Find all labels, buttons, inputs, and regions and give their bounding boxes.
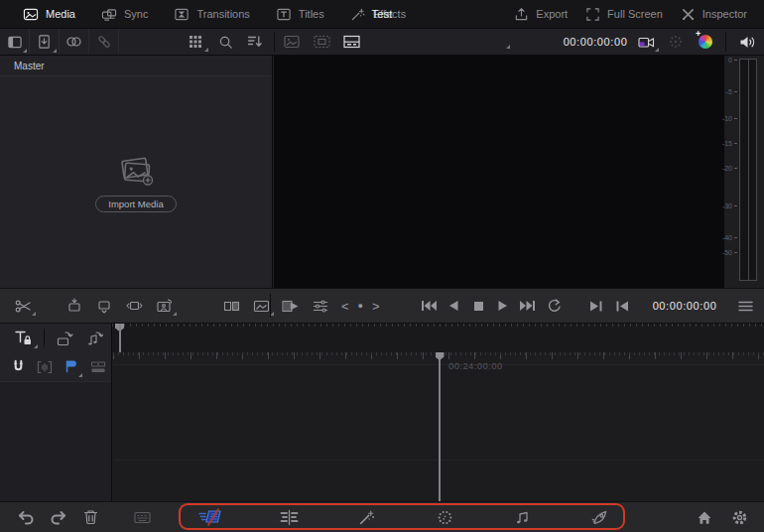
viewer-mode-tools: [277, 29, 366, 55]
playhead-line[interactable]: [439, 352, 441, 501]
trim-tools-button[interactable]: [306, 294, 335, 318]
page-cut[interactable]: [196, 504, 226, 530]
audio-waveform-view-icon[interactable]: [32, 355, 59, 379]
source-clip-view-button[interactable]: [277, 30, 307, 54]
inspector-button[interactable]: Inspector: [672, 0, 756, 29]
top-actions: Export Full Screen Inspector: [505, 0, 756, 29]
redo-button[interactable]: [44, 502, 73, 532]
tab-media[interactable]: Media: [10, 0, 88, 29]
timeline-overview-ruler[interactable]: [111, 324, 764, 352]
viewer-timecode-field[interactable]: 00:00:00:00: [554, 29, 637, 55]
stop-button[interactable]: [467, 294, 489, 318]
go-to-last-frame-button[interactable]: [517, 294, 539, 318]
track-height-icon[interactable]: [84, 355, 111, 379]
export-icon: [514, 7, 529, 22]
insert-track-tools: [50, 324, 109, 352]
editor-keyboard-icon[interactable]: [127, 502, 157, 532]
play-reverse-button[interactable]: [443, 294, 464, 318]
media-icon: [23, 7, 39, 22]
page-fairlight[interactable]: [508, 504, 538, 530]
viewer-options-corner[interactable]: [504, 43, 512, 51]
insert-video-clip-icon[interactable]: [50, 327, 79, 350]
source-tape-view-button[interactable]: [307, 30, 336, 54]
page-deliver[interactable]: [585, 504, 615, 530]
media-pool-tools: [0, 29, 119, 55]
settings-gear-button[interactable]: [724, 502, 754, 532]
page-fusion[interactable]: [352, 504, 382, 530]
top-menu-bar: Media Sync Transitions: [0, 0, 764, 29]
track-tools: [6, 324, 40, 352]
place-on-top-button[interactable]: [216, 294, 246, 318]
thumbnail-view-button[interactable]: [181, 30, 210, 54]
hamburger-menu-icon[interactable]: [730, 294, 760, 318]
meter-tick: -30: [722, 202, 737, 209]
page-edit[interactable]: [274, 504, 304, 530]
play-button[interactable]: [492, 294, 514, 318]
search-icon[interactable]: [210, 30, 240, 54]
viewer-timecode: 00:00:00:00: [564, 36, 628, 48]
smart-insert-button[interactable]: [60, 294, 89, 318]
step-back-icon[interactable]: <: [341, 299, 349, 314]
review-clip-button[interactable]: [276, 294, 306, 318]
bin-label[interactable]: Master: [0, 56, 272, 76]
toolbar-divider-right: [725, 32, 726, 52]
loop-button[interactable]: [542, 294, 566, 318]
split-clip-scissors-button[interactable]: [8, 294, 38, 318]
go-to-first-frame-button[interactable]: [418, 294, 440, 318]
go-to-in-icon[interactable]: [609, 294, 635, 318]
snapping-magnet-icon[interactable]: [5, 355, 32, 379]
close-up-button[interactable]: [149, 294, 179, 318]
meter-tick: -5: [726, 88, 737, 95]
flag-marker-icon[interactable]: [59, 355, 85, 379]
import-media-area: Import Media: [0, 155, 272, 212]
step-forward-icon[interactable]: >: [372, 299, 380, 314]
audio-meter: 0 -5 -10 -15 -20 -30 -40 -50: [725, 56, 764, 288]
overview-playhead-line[interactable]: [119, 324, 121, 352]
undo-button[interactable]: [11, 502, 41, 532]
full-screen-label: Full Screen: [607, 8, 663, 20]
export-label: Export: [536, 8, 568, 20]
import-media-pill-button[interactable]: Import Media: [95, 196, 176, 212]
home-project-manager-button[interactable]: [690, 502, 719, 532]
append-clip-button[interactable]: [89, 294, 119, 318]
viewer-canvas[interactable]: [274, 56, 724, 288]
transitions-icon: [174, 7, 190, 22]
page-tabs: Media Sync Transitions: [10, 0, 419, 29]
page-color[interactable]: [430, 504, 459, 530]
delete-trash-button[interactable]: [75, 502, 105, 532]
sync-icon: [101, 7, 117, 22]
inspector-label: Inspector: [702, 8, 747, 20]
source-overwrite-button[interactable]: [246, 294, 276, 318]
jog-dot-icon[interactable]: ●: [358, 301, 363, 311]
timeline-timecode-field[interactable]: 00:00:00:00: [643, 289, 726, 323]
export-button[interactable]: Export: [505, 0, 576, 29]
edit-tools-left: [8, 289, 38, 323]
tab-transitions[interactable]: Transitions: [161, 0, 262, 29]
dual-screen-view-button[interactable]: [336, 30, 366, 54]
insert-audio-clip-icon[interactable]: [79, 327, 109, 350]
full-screen-button[interactable]: Full Screen: [576, 0, 672, 29]
resolve-fx-button[interactable]: [661, 30, 691, 54]
sort-button[interactable]: [240, 30, 270, 54]
tab-titles[interactable]: Titles: [263, 0, 337, 29]
lock-track-button[interactable]: [6, 327, 40, 350]
media-pool-panel: Master Import Media: [0, 56, 273, 288]
media-toolbar: 00:00:00:00: [0, 29, 764, 56]
bin-list-view-button[interactable]: [0, 29, 30, 55]
tab-titles-label: Titles: [299, 8, 324, 20]
color-boost-button[interactable]: [691, 30, 720, 54]
tab-sync[interactable]: Sync: [88, 0, 161, 29]
timeline-left-panel: [0, 352, 112, 501]
link-clips-button[interactable]: [89, 29, 119, 55]
ripple-overwrite-button[interactable]: [119, 294, 149, 318]
multicam-camera-button[interactable]: [631, 30, 661, 54]
timeline-timecode: 00:00:00:00: [653, 300, 717, 312]
import-media-button[interactable]: [30, 29, 60, 55]
project-title: Test: [371, 8, 392, 20]
timeline-tracks[interactable]: 00:24:00:00: [113, 352, 764, 501]
app-window: Media Sync Transitions: [0, 0, 764, 532]
sync-clips-button[interactable]: [60, 29, 89, 55]
go-to-out-icon[interactable]: [583, 294, 609, 318]
titles-icon: [276, 7, 292, 22]
speaker-icon[interactable]: [732, 30, 762, 54]
